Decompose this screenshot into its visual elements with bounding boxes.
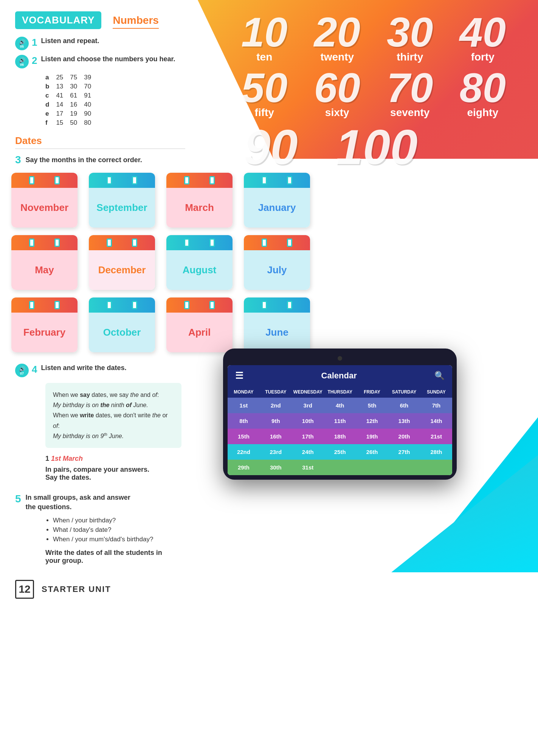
audio-icon-2[interactable]: 🔊 06 — [15, 55, 29, 68]
activity-2-row: 🔊 06 2 Listen and choose the numbers you… — [15, 55, 185, 68]
month-january: January — [244, 173, 310, 228]
cal-cell[interactable]: 25th — [324, 444, 356, 460]
list-item: When / your birthday? — [53, 517, 212, 524]
activity-3-number: 3 — [15, 155, 21, 165]
calendar-title: Calendar — [321, 371, 357, 381]
month-november: November — [11, 173, 78, 228]
num-big-20: 20 — [314, 11, 360, 53]
tablet-screen: ☰ Calendar 🔍 MONDAY TUESDAY WEDNESDAY TH… — [228, 365, 452, 475]
cal-cell[interactable]: 1st — [228, 398, 260, 413]
month-february: February — [11, 297, 78, 352]
cal-cell[interactable]: 22nd — [228, 444, 260, 460]
cal-cell[interactable]: 23rd — [260, 444, 292, 460]
cal-cell[interactable]: 24th — [292, 444, 324, 460]
num-word-70: seventy — [387, 107, 433, 119]
table-row: e171990 — [45, 109, 98, 118]
answer-label: 1 1st March — [45, 455, 212, 463]
numbers-table: a257539 b133070 c416191 d141640 e171990 … — [45, 73, 185, 127]
section-5: 5 In small groups, ask and answerthe que… — [15, 493, 212, 572]
cal-cell[interactable]: 28th — [420, 444, 452, 460]
cal-cell[interactable]: 7th — [420, 398, 452, 413]
cal-cell[interactable]: 27th — [388, 444, 420, 460]
month-may: May — [11, 235, 78, 290]
num-big-80: 80 — [460, 67, 506, 108]
dates-section: Dates 3 Say the months in the correct or… — [15, 135, 185, 165]
number-70: 70 seventy — [387, 67, 433, 119]
cal-cell[interactable]: 20th — [388, 429, 420, 444]
activity-1-number: 1 — [32, 37, 37, 48]
cal-cell[interactable]: 12th — [356, 413, 388, 429]
cal-cell[interactable]: 18th — [324, 429, 356, 444]
tablet-camera — [338, 356, 342, 361]
num-big-50: 50 — [241, 67, 287, 108]
calendar-days-header: MONDAY TUESDAY WEDNESDAY THURSDAY FRIDAY… — [228, 386, 452, 398]
vocab-badge: VOCABULARY — [15, 11, 101, 29]
activity-2-text: Listen and choose the numbers you hear. — [41, 55, 175, 64]
month-march: March — [166, 173, 233, 228]
table-row: d141640 — [45, 100, 98, 109]
cal-cell[interactable]: 11th — [324, 413, 356, 429]
list-item: What / today's date? — [53, 526, 212, 534]
divider — [15, 149, 185, 149]
cal-cell[interactable]: 5th — [356, 398, 388, 413]
page-footer: 12 STARTER UNIT — [0, 572, 538, 606]
table-row: f155080 — [45, 118, 98, 127]
tablet-device: ☰ Calendar 🔍 MONDAY TUESDAY WEDNESDAY TH… — [223, 349, 457, 480]
number-20: 20 twenty — [314, 11, 360, 63]
cal-cell[interactable]: 21st — [420, 429, 452, 444]
num-big-10: 10 — [241, 11, 287, 53]
cal-cell[interactable]: 15th — [228, 429, 260, 444]
number-10: 10 ten — [241, 11, 287, 63]
cal-cell[interactable]: 16th — [260, 429, 292, 444]
activity-4-number: 4 — [32, 364, 37, 375]
day-tuesday: TUESDAY — [260, 386, 292, 398]
cal-cell[interactable]: 13th — [388, 413, 420, 429]
cal-cell — [420, 460, 452, 475]
month-december: December — [89, 235, 155, 290]
search-icon[interactable]: 🔍 — [434, 371, 445, 381]
activity-5-row: 5 In small groups, ask and answerthe que… — [15, 493, 212, 512]
activity-4-row: 🔊 07 4 Listen and write the dates. — [15, 364, 212, 377]
cal-cell[interactable]: 14th — [420, 413, 452, 429]
activity-5-number: 5 — [15, 493, 21, 505]
cal-cell[interactable]: 30th — [260, 460, 292, 475]
months-grid: November September March — [0, 169, 538, 360]
activity-5-text: In small groups, ask and answerthe quest… — [26, 493, 130, 512]
cal-cell[interactable]: 2nd — [260, 398, 292, 413]
audio-icon-1[interactable]: 🔊 05 — [15, 37, 29, 50]
table-row: c416191 — [45, 91, 98, 100]
hamburger-icon[interactable]: ☰ — [235, 370, 243, 381]
cal-cell[interactable]: 4th — [324, 398, 356, 413]
cal-cell[interactable]: 31st — [292, 460, 324, 475]
day-wednesday: WEDNESDAY — [292, 386, 324, 398]
day-sunday: SUNDAY — [420, 386, 452, 398]
numbers-label: Numbers — [113, 11, 158, 29]
num-big-60: 60 — [314, 67, 360, 108]
cal-cell[interactable]: 10th — [292, 413, 324, 429]
audio-icon-4[interactable]: 🔊 07 — [15, 364, 29, 377]
cal-cell[interactable]: 19th — [356, 429, 388, 444]
activity-1-row: 🔊 05 1 Listen and repeat. — [15, 37, 185, 50]
day-saturday: SATURDAY — [388, 386, 420, 398]
number-30: 30 thirty — [387, 11, 433, 63]
cal-cell[interactable]: 9th — [260, 413, 292, 429]
cal-cell[interactable]: 3rd — [292, 398, 324, 413]
numbers-area: 10 ten 20 twenty 30 thirty 40 forty 50 f… — [209, 0, 538, 197]
list-item: When / your mum's/dad's birthday? — [53, 536, 212, 543]
cal-cell[interactable]: 8th — [228, 413, 260, 429]
month-october: October — [89, 297, 155, 352]
dates-title: Dates — [15, 135, 185, 147]
cal-cell[interactable]: 26th — [356, 444, 388, 460]
cal-cell[interactable]: 17th — [292, 429, 324, 444]
month-april: April — [166, 297, 233, 352]
pairs-text: In pairs, compare your answers. Say the … — [45, 466, 212, 482]
cal-cell — [356, 460, 388, 475]
bullet-list: When / your birthday? What / today's dat… — [45, 517, 212, 543]
activity-4-text: Listen and write the dates. — [41, 364, 126, 372]
calendar-header: ☰ Calendar 🔍 — [228, 365, 452, 386]
unit-label: STARTER UNIT — [42, 584, 111, 594]
cal-cell[interactable]: 29th — [228, 460, 260, 475]
num-big-70: 70 — [387, 67, 433, 108]
cal-cell[interactable]: 6th — [388, 398, 420, 413]
note-box: When we say dates, we say the and of: My… — [45, 383, 181, 448]
